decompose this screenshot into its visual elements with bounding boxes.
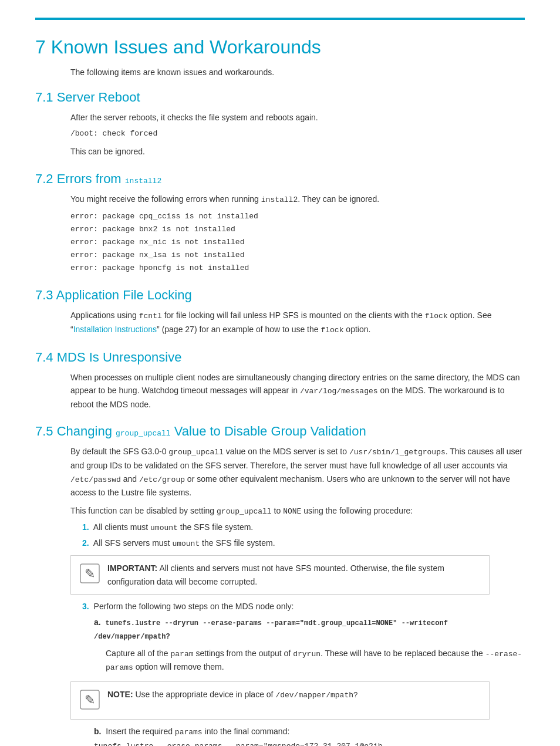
note-icon: ✎: [79, 689, 100, 713]
substep-a: a. tunefs.lustre --dryrun --erase-params…: [94, 616, 525, 674]
step-2: 2. All SFS servers must umount the SFS f…: [82, 538, 525, 548]
code-block-7-1: /boot: check forced: [70, 127, 525, 140]
section-para2-7-5: This function can be disabled by setting…: [70, 504, 525, 518]
chapter-title: 7 Known Issues and Workarounds: [35, 36, 525, 58]
steps-list-7-5: 1. All clients must umount the SFS file …: [82, 522, 525, 548]
svg-text:✎: ✎: [85, 693, 95, 707]
note-content: NOTE: Use the appropriate device in plac…: [107, 688, 358, 702]
section-note-7-1: This can be ignored.: [70, 145, 525, 158]
section-heading-7-4: 7.4 MDS Is Unresponsive: [35, 350, 525, 365]
section-body-7-1: After the server reboots, it checks the …: [70, 111, 525, 124]
note-box: ✎ NOTE: Use the appropriate device in pl…: [70, 681, 490, 720]
section-body-7-2: You might receive the following errors w…: [70, 193, 525, 207]
section-heading-7-1: 7.1 Server Reboot: [35, 90, 525, 105]
section-body-7-3: Applications using fcntl for file lockin…: [70, 309, 525, 337]
section-heading-7-3: 7.3 Application File Locking: [35, 288, 525, 303]
stepb-intro: b. Insert the required params into the f…: [94, 727, 525, 737]
step-3: 3. Perform the following two steps on th…: [82, 602, 525, 674]
svg-text:✎: ✎: [85, 566, 95, 581]
section-para1-7-5: By default the SFS G3.0-0 group_upcall v…: [70, 445, 525, 499]
code-block-7-2: error: package cpq_cciss is not installe…: [70, 210, 525, 275]
top-border: [35, 18, 525, 20]
stepb-container: b. Insert the required params into the f…: [94, 727, 525, 746]
important-content: IMPORTANT: All clients and servers must …: [107, 562, 481, 588]
important-icon: ✎: [79, 563, 100, 587]
stepb-code: tunefs.lustre --erase-params --param="mg…: [94, 740, 525, 746]
chapter-intro: The following items are known issues and…: [70, 67, 525, 77]
step3-container: 3. Perform the following two steps on th…: [82, 602, 525, 674]
step-1: 1. All clients must umount the SFS file …: [82, 522, 525, 532]
substep-a-text: Capture all of the param settings from t…: [106, 647, 525, 675]
section-body-7-4: When processes on multiple client nodes …: [70, 371, 525, 411]
important-notice-box: ✎ IMPORTANT: All clients and servers mus…: [70, 555, 490, 595]
section-heading-7-5: 7.5 Changing group_upcall Value to Disab…: [35, 424, 525, 439]
substep-list: a. tunefs.lustre --dryrun --erase-params…: [94, 616, 525, 674]
section-heading-7-2: 7.2 Errors from install2: [35, 171, 525, 187]
